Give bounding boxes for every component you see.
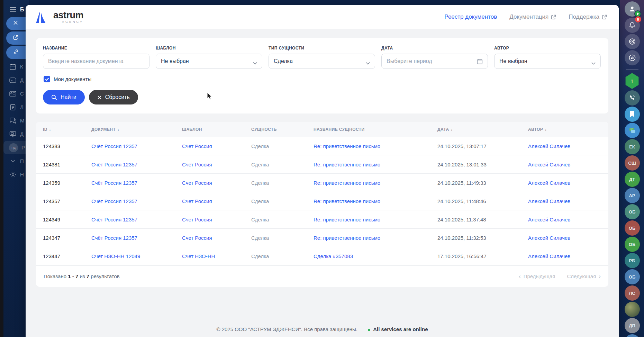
document-link[interactable]: Счёт Россия 12357	[91, 235, 137, 241]
sort-both-icon[interactable]: ↕	[545, 127, 547, 131]
template-link[interactable]: Счет Россия	[182, 217, 212, 222]
sort-both-icon[interactable]: ↕	[117, 127, 119, 131]
bell-icon	[628, 21, 636, 29]
nav-link-docs[interactable]: Документация	[509, 13, 556, 20]
entity-name-link[interactable]: Re: приветственное письмо	[314, 143, 380, 149]
documents-table: ID↓ДОКУМЕНТ↕ШАБЛОНСУЩНОСТЬНАЗВАНИЕ СУЩНО…	[36, 122, 608, 287]
sidebar-item-5[interactable]: Д	[3, 73, 29, 87]
brand-name: astrum	[53, 11, 83, 20]
entity-type-cell: Сделка	[251, 162, 314, 167]
previous-page-button[interactable]: ‹ Предыдущая	[519, 273, 555, 280]
profile-avatar[interactable]	[625, 1, 640, 17]
notifications-bell-button[interactable]: 6	[625, 18, 640, 33]
entity-name-link[interactable]: Re: приветственное письмо	[314, 198, 380, 204]
my-documents-checkbox[interactable]: Мои документы	[44, 76, 91, 82]
nav-link-support[interactable]: Поддержка	[569, 13, 607, 20]
template-link[interactable]: Счет НЗО-НН	[182, 253, 215, 259]
search-button[interactable]: Найти	[43, 90, 85, 104]
sidebar-item-0[interactable]: Б	[3, 3, 29, 16]
rail-avatar-КИ[interactable]: КИ	[625, 334, 640, 337]
name-search-input[interactable]	[43, 54, 149, 69]
rail-avatar-СШ[interactable]: СШ	[625, 155, 640, 171]
rail-avatar-ДП[interactable]: ДП	[625, 318, 640, 333]
id-cell: 124349	[43, 217, 91, 222]
filter-field-2: ТИП СУЩНОСТИСделка	[269, 46, 375, 69]
author-link[interactable]: Алексей Силачев	[528, 198, 570, 204]
rail-avatar-ДТ[interactable]: ДТ	[625, 172, 640, 187]
document-link[interactable]: Счёт Россия 12357	[91, 162, 137, 167]
nav-link-label: Документация	[509, 13, 548, 20]
document-link[interactable]: Счёт Россия 12357	[91, 180, 137, 186]
sidebar-item-9[interactable]: Д	[3, 127, 29, 141]
wallet-icon	[9, 76, 17, 84]
template-cell: Счет Россия	[182, 198, 251, 204]
rail-avatar-photo[interactable]	[625, 302, 640, 317]
hexagon-counter[interactable]: 1	[625, 73, 640, 89]
page-footer: © 2025 ООО "АСТРУМ ЭДЖЕНСИ". Все права з…	[26, 326, 619, 332]
document-link[interactable]: Счёт Россия 12357	[91, 143, 137, 149]
sort-desc-icon[interactable]: ↓	[49, 127, 51, 131]
document-link[interactable]: Счёт Россия 12357	[91, 198, 137, 204]
document-link[interactable]: Счет НЗО-НН 12049	[91, 253, 140, 259]
rail-avatar-РБ[interactable]: РБ	[625, 253, 640, 268]
document-link[interactable]: Счёт Россия 12357	[91, 217, 137, 222]
sidebar-item-7[interactable]: Л	[3, 100, 29, 114]
author-link[interactable]: Алексей Силачев	[528, 235, 570, 241]
sidebar-item-10[interactable]: РДР	[3, 141, 29, 154]
template-link[interactable]: Счет Россия	[182, 162, 212, 167]
chevron-down-icon	[9, 157, 17, 165]
market-target-button[interactable]	[625, 34, 640, 49]
sidebar-item-11[interactable]: П	[3, 154, 29, 168]
reset-button[interactable]: Сбросить	[89, 90, 138, 104]
chevron-left-icon: ‹	[519, 273, 521, 280]
brand-logo[interactable]: astrum AGENCY	[35, 10, 83, 24]
entity-name-link[interactable]: Re: приветственное письмо	[314, 162, 380, 167]
table-footer: Показано 1 - 7 из 7 результатов ‹ Предыд…	[36, 265, 608, 287]
author-link[interactable]: Алексей Силачев	[528, 143, 570, 149]
id-cell: 123447	[43, 253, 91, 259]
template-link[interactable]: Счет Россия	[182, 198, 212, 204]
next-page-button[interactable]: Следующая ›	[567, 273, 601, 280]
date-cell: 17.10.2025, 16:56:47	[437, 253, 528, 259]
filter-select[interactable]: Не выбран	[156, 54, 262, 69]
entity-name-link[interactable]: Re: приветственное письмо	[314, 180, 380, 186]
sort-both-icon[interactable]: ↕	[451, 127, 453, 131]
template-link[interactable]: Счет Россия	[182, 180, 212, 186]
sidebar-item-6[interactable]: С	[3, 87, 29, 100]
rail-avatar-ОБ[interactable]: ОБ	[625, 220, 640, 236]
author-link[interactable]: Алексей Силачев	[528, 162, 570, 167]
rail-avatar-ОБ[interactable]: ОБ	[625, 237, 640, 252]
author-link[interactable]: Алексей Силачев	[528, 180, 570, 186]
filter-select[interactable]: Не выбран	[494, 54, 601, 69]
filter-select[interactable]: Сделка	[269, 54, 375, 69]
author-link[interactable]: Алексей Силачев	[528, 217, 570, 222]
author-cell: Алексей Силачев	[528, 235, 601, 241]
bookmark-button[interactable]	[625, 107, 640, 122]
entity-name-link[interactable]: Re: приветственное письмо	[314, 217, 380, 222]
date-placeholder: Выберите период	[387, 58, 432, 64]
entity-name-link[interactable]: Re: приветственное письмо	[314, 235, 380, 241]
sidebar-item-4[interactable]: К	[3, 60, 29, 73]
messenger-button[interactable]	[625, 123, 640, 138]
sidebar-item-8[interactable]: М	[3, 114, 29, 127]
chat-sync-button[interactable]	[625, 50, 640, 65]
template-link[interactable]: Счет Россия	[182, 143, 212, 149]
template-link[interactable]: Счет Россия	[182, 235, 212, 241]
author-link[interactable]: Алексей Силачев	[528, 253, 570, 259]
date-range-input[interactable]: Выберите период	[381, 54, 488, 69]
phone-button[interactable]	[625, 90, 640, 106]
rail-avatar-ОБ[interactable]: ОБ	[625, 269, 640, 284]
filter-label: ДАТА	[381, 46, 488, 51]
rail-avatar-ОБ[interactable]: ОБ	[625, 204, 640, 219]
rail-avatar-ЛС[interactable]: ЛС	[625, 285, 640, 301]
sidebar-item-12[interactable]: Н	[3, 168, 29, 181]
sidebar-item-label: Н	[20, 172, 24, 177]
sidebar-item-label: Л	[20, 104, 24, 110]
document-name-input[interactable]	[48, 58, 144, 64]
chat-bubbles-icon	[628, 126, 636, 135]
rail-avatar-ЕК[interactable]: ЕК	[625, 139, 640, 154]
rail-avatar-АР[interactable]: АР	[625, 188, 640, 203]
window-edge-strip	[0, 0, 3, 337]
entity-name-link[interactable]: Сделка #357083	[314, 253, 353, 259]
nav-link-registry[interactable]: Реестр документов	[444, 13, 497, 20]
